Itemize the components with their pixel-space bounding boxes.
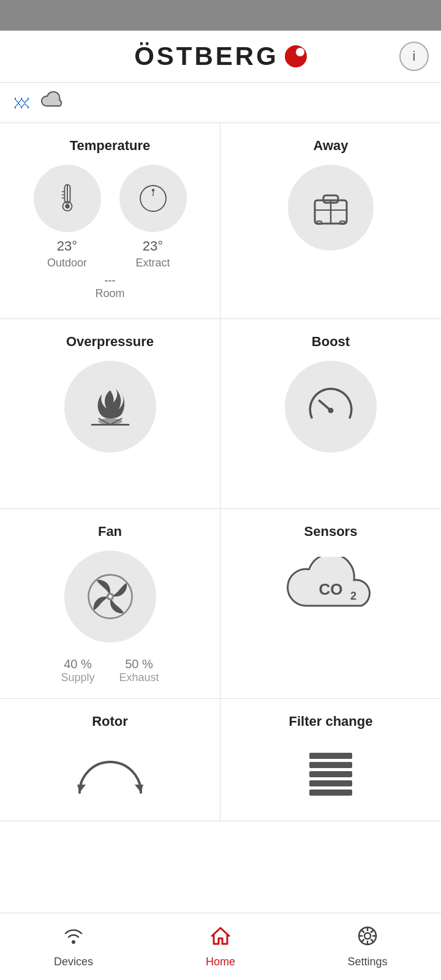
fan-cell[interactable]: Fan 40 % Supply <box>0 509 221 699</box>
svg-rect-30 <box>309 771 352 777</box>
extract-temp: i 23° Extract <box>119 165 187 270</box>
fan-icon-circle <box>64 551 156 643</box>
extract-temp-value: 23° <box>143 238 163 254</box>
svg-text:2: 2 <box>350 590 356 602</box>
rotor-cell[interactable]: Rotor <box>0 699 221 821</box>
nav-item-devices[interactable]: Devices <box>0 925 147 968</box>
svg-point-35 <box>364 933 371 939</box>
fan-supply-label: Supply <box>61 671 94 684</box>
outdoor-temp-value: 23° <box>57 238 77 254</box>
sensors-icon-wrap: CO 2 <box>282 557 380 618</box>
fan-supply-value: 40 % <box>64 657 92 671</box>
svg-line-41 <box>371 940 374 942</box>
svg-point-9 <box>151 189 154 192</box>
fan-exhaust-label: Exhaust <box>119 671 159 684</box>
filter-change-title: Filter change <box>289 714 373 729</box>
away-cell[interactable]: Away <box>221 123 441 319</box>
logo: ÖSTBERG <box>134 42 307 71</box>
room-temp-dashes: --- <box>105 274 116 287</box>
extract-temp-label: Extract <box>135 257 170 270</box>
away-icon-circle <box>288 165 374 251</box>
home-icon <box>209 925 232 952</box>
connectivity-bar: ⯵ <box>0 83 441 123</box>
svg-line-40 <box>361 930 364 932</box>
temperature-cell[interactable]: Temperature 23° Outdoor <box>0 123 221 319</box>
fan-title: Fan <box>98 524 122 540</box>
away-title: Away <box>313 138 348 154</box>
sensors-cell[interactable]: Sensors CO 2 <box>221 509 441 699</box>
fan-stats: 40 % Supply 50 % Exhaust <box>61 657 159 684</box>
fan-supply-stat: 40 % Supply <box>61 657 94 684</box>
devices-label: Devices <box>54 956 93 968</box>
overpressure-title: Overpressure <box>66 334 154 350</box>
svg-rect-32 <box>309 790 352 796</box>
info-button[interactable]: i <box>399 42 429 71</box>
status-bar <box>0 0 441 31</box>
boost-cell[interactable]: Boost <box>221 319 441 509</box>
outdoor-temp: 23° Outdoor <box>34 165 101 270</box>
svg-rect-28 <box>309 753 352 759</box>
bluetooth-icon: ⯵ <box>13 92 31 113</box>
svg-text:CO: CO <box>319 580 343 598</box>
settings-label: Settings <box>347 956 387 968</box>
svg-point-19 <box>328 408 334 413</box>
room-temp-label: Room <box>95 287 124 300</box>
svg-point-22 <box>108 595 111 598</box>
svg-line-42 <box>371 930 374 932</box>
home-label: Home <box>206 956 235 968</box>
filter-change-icon <box>306 747 355 804</box>
room-temp: --- Room <box>95 274 124 300</box>
svg-rect-29 <box>309 762 352 768</box>
svg-point-16 <box>98 418 122 425</box>
fan-exhaust-value: 50 % <box>125 657 153 671</box>
sensors-title: Sensors <box>304 524 358 540</box>
settings-icon <box>356 925 379 952</box>
logo-dot-icon <box>285 45 307 67</box>
nav-item-settings[interactable]: Settings <box>294 925 441 968</box>
svg-point-5 <box>65 204 70 209</box>
overpressure-cell[interactable]: Overpressure <box>0 319 221 509</box>
svg-line-43 <box>361 940 364 942</box>
filter-change-cell[interactable]: Filter change <box>221 699 441 821</box>
cloud-icon <box>40 91 65 114</box>
svg-point-33 <box>72 940 75 944</box>
rotor-icon <box>74 747 147 796</box>
devices-icon <box>62 925 85 952</box>
extract-icon-circle: i <box>119 165 187 232</box>
boost-title: Boost <box>312 334 350 350</box>
rotor-title: Rotor <box>92 714 128 729</box>
fan-exhaust-stat: 50 % Exhaust <box>119 657 159 684</box>
outdoor-temp-label: Outdoor <box>47 257 87 270</box>
main-grid: Temperature 23° Outdoor <box>0 123 441 821</box>
header: ÖSTBERG i <box>0 31 441 83</box>
nav-item-home[interactable]: Home <box>147 925 294 968</box>
temperature-sensors: 23° Outdoor i 23° Extract <box>34 165 187 270</box>
boost-icon-circle <box>285 361 377 453</box>
overpressure-icon-circle <box>64 361 156 453</box>
svg-rect-31 <box>309 780 352 786</box>
temperature-title: Temperature <box>70 138 151 154</box>
outdoor-icon-circle <box>34 165 101 232</box>
bottom-nav: Devices Home <box>0 913 441 980</box>
logo-text: ÖSTBERG <box>134 42 279 71</box>
